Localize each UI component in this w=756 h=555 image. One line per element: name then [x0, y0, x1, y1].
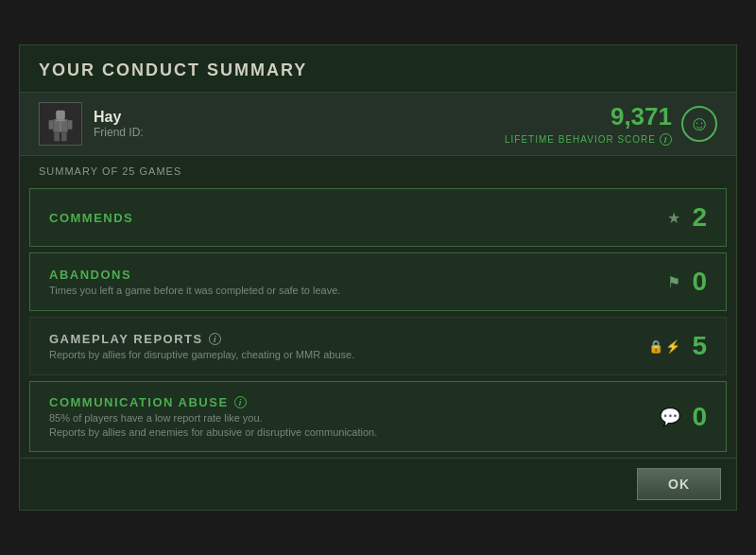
communication-abuse-row: COMMUNICATION ABUSE i 85% of players hav…	[29, 381, 727, 452]
modal-title: YOUR CONDUCT SUMMARY	[39, 61, 307, 79]
behavior-score-row: 9,371 LIFETIME BEHAVIOR SCORE i ☺	[505, 102, 717, 146]
abandons-title: ABANDONS	[49, 268, 340, 282]
communication-abuse-title: COMMUNICATION ABUSE	[49, 395, 229, 409]
player-row: Hay Friend ID: 9,371 LIFETIME BEHAVIOR S…	[20, 93, 736, 156]
gameplay-reports-title: GAMEPLAY REPORTS	[49, 332, 203, 346]
chat-icon: 💬	[660, 407, 680, 427]
commends-title: COMMENDS	[49, 211, 133, 225]
star-icon: ★	[667, 209, 680, 227]
gameplay-reports-row: GAMEPLAY REPORTS i Reports by allies for…	[29, 317, 727, 375]
gameplay-reports-description: Reports by allies for disruptive gamepla…	[49, 349, 354, 360]
avatar	[39, 102, 82, 146]
communication-abuse-desc2: Reports by allies and enemies for abusiv…	[49, 426, 377, 438]
commends-right: ★ 2	[650, 202, 707, 233]
content-area: COMMENDS ★ 2 ABANDONS Times you left a g…	[20, 188, 736, 452]
behavior-score-section: 9,371 LIFETIME BEHAVIOR SCORE i ☺	[505, 102, 717, 146]
player-friend-id: Friend ID:	[94, 126, 144, 139]
summary-label: SUMMARY OF 25 GAMES	[20, 156, 736, 182]
svg-rect-6	[61, 132, 67, 142]
communication-abuse-right: 💬 0	[650, 402, 707, 432]
svg-rect-3	[49, 120, 54, 130]
gameplay-reports-right: 🔒 ⚡ 5	[648, 331, 707, 361]
gameplay-reports-info-icon[interactable]: i	[209, 333, 221, 345]
lightning-icon: ⚡	[665, 339, 680, 354]
abandons-right: ⚑ 0	[650, 267, 707, 297]
ok-button[interactable]: OK	[637, 468, 721, 500]
modal-footer: OK	[20, 458, 736, 510]
svg-rect-4	[68, 120, 73, 130]
behavior-score-label: LIFETIME BEHAVIOR SCORE i	[505, 133, 672, 146]
svg-rect-1	[56, 111, 65, 120]
communication-abuse-value: 0	[688, 402, 707, 432]
modal-header: YOUR CONDUCT SUMMARY	[20, 45, 736, 93]
behavior-score-info-icon[interactable]: i	[660, 133, 672, 146]
commends-row: COMMENDS ★ 2	[29, 188, 727, 247]
lock-lightning-icon: 🔒 ⚡	[648, 339, 680, 354]
player-name: Hay	[94, 109, 144, 126]
gameplay-reports-value: 5	[688, 331, 707, 361]
gameplay-reports-left: GAMEPLAY REPORTS i Reports by allies for…	[49, 332, 354, 360]
abandons-value: 0	[688, 267, 707, 297]
abandons-left: ABANDONS Times you left a game before it…	[49, 268, 340, 296]
communication-abuse-info-icon[interactable]: i	[234, 396, 247, 408]
abandons-description: Times you left a game before it was comp…	[49, 285, 340, 296]
player-info: Hay Friend ID:	[94, 109, 144, 139]
commends-left: COMMENDS	[49, 211, 133, 225]
communication-abuse-desc1: 85% of players have a low report rate li…	[49, 412, 377, 424]
svg-rect-5	[54, 132, 60, 142]
conduct-summary-modal: YOUR CONDUCT SUMMARY	[19, 44, 737, 511]
svg-rect-7	[56, 119, 65, 121]
player-left: Hay Friend ID:	[39, 102, 144, 146]
smiley-icon: ☺	[681, 106, 717, 142]
commends-value: 2	[688, 202, 707, 233]
communication-abuse-left: COMMUNICATION ABUSE i 85% of players hav…	[49, 395, 377, 438]
abandons-row: ABANDONS Times you left a game before it…	[29, 252, 727, 311]
behavior-score-value: 9,371	[610, 102, 672, 131]
lock-icon: 🔒	[648, 339, 663, 354]
flag-icon: ⚑	[667, 273, 680, 291]
